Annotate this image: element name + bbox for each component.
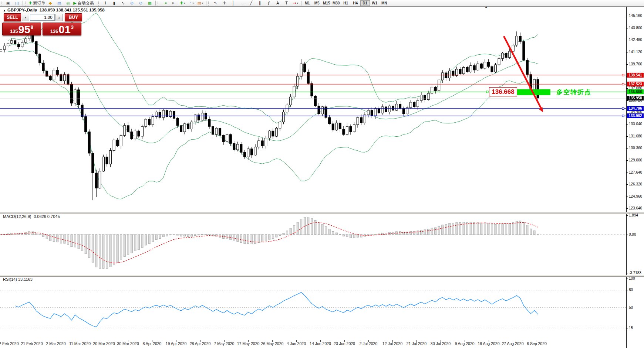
sell-price-point: 8 (31, 24, 33, 30)
volume-increment-button[interactable]: ▲ (55, 14, 63, 21)
timeframe-m5-button[interactable]: M5 (312, 0, 322, 6)
buy-price-quote[interactable]: 136 01 3 (43, 23, 81, 35)
date-label[interactable]: 18 Aug 2020 (478, 341, 500, 346)
date-label[interactable]: 12 Feb 2020 (0, 341, 18, 346)
tile-windows-button[interactable]: ▦ (145, 0, 154, 6)
auto-scroll-button[interactable]: ⇥ (161, 0, 169, 6)
price-tick-label: 131.680 (629, 134, 642, 138)
price-scale-column[interactable] (627, 7, 644, 348)
toolbar-separator (96, 1, 96, 6)
chart-canvas[interactable] (0, 0, 644, 348)
shapes-button[interactable]: ⇝▾ (291, 0, 300, 6)
date-label[interactable]: 26 May 2020 (261, 341, 284, 346)
dropdown-caret-icon[interactable]: ▾ (192, 0, 194, 6)
date-label[interactable]: 30 Jul 2020 (431, 341, 451, 346)
horizontal-line-button[interactable]: ─ (238, 0, 247, 6)
fibonacci-icon: ƒ (268, 0, 270, 6)
autotrading-button[interactable]: ▶自动交易 (73, 0, 94, 6)
cursor-button[interactable]: ↖ (211, 0, 220, 6)
buy-button[interactable]: BUY (65, 13, 82, 21)
market-watch-button[interactable]: ◫ (13, 0, 21, 6)
sell-price-pips: 95 (18, 24, 30, 35)
metaeditor-button[interactable]: ◆ (46, 0, 55, 6)
turning-point-price-label[interactable]: 136.668 (489, 87, 517, 96)
volume-input[interactable]: 1.00 (30, 14, 54, 21)
candlestick-button[interactable]: ▮ (110, 0, 119, 6)
buy-price-pips: 01 (59, 24, 71, 35)
new-chart-button[interactable]: ▣ (4, 0, 13, 6)
date-label[interactable]: 9 Aug 2020 (455, 341, 474, 346)
dropdown-caret-icon[interactable]: ▾ (184, 0, 186, 6)
line-chart-icon: ∿ (121, 0, 125, 6)
strategy-tester-button[interactable]: ▤ (55, 0, 64, 6)
text-button[interactable]: A (273, 0, 282, 6)
date-label[interactable]: 21 Feb 2020 (21, 341, 43, 346)
new-chart-icon: ▣ (6, 0, 10, 6)
price-tick-mark (627, 40, 628, 40)
timeframe-d1-button[interactable]: D1 (360, 0, 370, 6)
sell-price-quote[interactable]: 135 95 8 (2, 23, 41, 35)
turning-point-annotation[interactable]: 多空转折点 (556, 88, 591, 96)
ohlc-expand-icon[interactable]: ▲ (3, 9, 6, 12)
signals-icon: ◎ (66, 0, 70, 6)
date-label[interactable]: 23 Jun 2020 (334, 341, 355, 346)
date-label[interactable]: 27 Aug 2020 (502, 341, 524, 346)
volume-decrement-button[interactable]: ▼ (22, 14, 29, 21)
price-tick-label: 130.360 (629, 146, 642, 150)
price-tick-label: 142.480 (629, 38, 642, 42)
date-label[interactable]: 21 Jul 2020 (407, 341, 426, 346)
dropdown-caret-icon[interactable]: ▾ (202, 0, 203, 6)
timeframe-h1-button[interactable]: H1 (341, 0, 351, 6)
date-label[interactable]: 4 Jun 2020 (287, 341, 306, 346)
label-button[interactable]: T (282, 0, 291, 6)
buy-price-figure: 136 (50, 28, 58, 34)
crosshair-icon: ✛ (223, 0, 226, 6)
date-label[interactable]: 11 Mar 2020 (69, 341, 91, 346)
sell-button[interactable]: SELL (4, 13, 21, 21)
templates-button[interactable]: ▤▾ (196, 0, 205, 6)
zoom-in-button[interactable]: ⊕ (128, 0, 136, 6)
date-label[interactable]: 12 Jul 2020 (382, 341, 402, 346)
timeframe-m15-button[interactable]: M15 (322, 0, 331, 6)
one-click-trade-panel: SELL ▼ 1.00 ▲ BUY 135 95 8 136 01 3 (2, 13, 82, 35)
date-label[interactable]: 8 Apr 2020 (143, 341, 162, 346)
fibonacci-button[interactable]: ƒ (264, 0, 273, 6)
crosshair-button[interactable]: ✛ (220, 0, 229, 6)
toolbar-grip (208, 1, 210, 6)
timeframe-mn-button[interactable]: MN (380, 0, 389, 6)
tile-windows-icon: ▦ (148, 0, 151, 6)
trendline-button[interactable]: ╱ (247, 0, 256, 6)
timeframe-w1-button[interactable]: W1 (370, 0, 380, 6)
periods-button[interactable]: ◔▾ (187, 0, 196, 6)
channel-button[interactable]: ∥ (256, 0, 264, 6)
date-label[interactable]: 19 Apr 2020 (166, 341, 187, 346)
chart-shift-button[interactable]: ⇤ (169, 0, 178, 6)
autotrading-button-label: 自动交易 (78, 0, 94, 6)
toolbar-separator (23, 1, 23, 6)
timeframe-m30-button[interactable]: M30 (331, 0, 341, 6)
zoom-out-button[interactable]: ⊖ (136, 0, 145, 6)
indicators-button[interactable]: ✚▾ (178, 0, 187, 6)
main-toolbar: ▣◫✚新订单◆▤◎▶自动交易‖▮∿⊕⊖▦⇥⇤✚▾◔▾▤▾↖✛│─╱∥ƒAT⇝▾M… (0, 0, 644, 7)
date-label[interactable]: 30 Mar 2020 (117, 341, 139, 346)
date-label[interactable]: 2 Jul 2020 (360, 341, 377, 346)
date-label[interactable]: 14 Jun 2020 (310, 341, 331, 346)
vertical-line-button[interactable]: │ (229, 0, 238, 6)
signals-button[interactable]: ◎ (64, 0, 73, 6)
date-label[interactable]: 7 May 2020 (214, 341, 235, 346)
sell-price-figure: 135 (10, 28, 18, 34)
date-label[interactable]: 6 Sep 2020 (527, 341, 547, 346)
dropdown-caret-icon[interactable]: ▾ (297, 0, 299, 6)
new-order-button-label: 新订单 (33, 0, 45, 6)
date-label[interactable]: 28 Apr 2020 (190, 341, 211, 346)
pane-separator-macd[interactable] (0, 212, 644, 214)
timeframe-h4-button[interactable]: H4 (351, 0, 360, 6)
date-label[interactable]: 20 Mar 2020 (93, 341, 115, 346)
bar-chart-button[interactable]: ‖ (101, 0, 110, 6)
new-order-button[interactable]: ✚新订单 (28, 0, 46, 6)
date-label[interactable]: 17 May 2020 (237, 341, 260, 346)
date-label[interactable]: 2 Mar 2020 (46, 341, 65, 346)
timeframe-m1-button[interactable]: M1 (303, 0, 312, 6)
pane-separator-rsi[interactable] (0, 275, 644, 277)
line-chart-button[interactable]: ∿ (119, 0, 128, 6)
